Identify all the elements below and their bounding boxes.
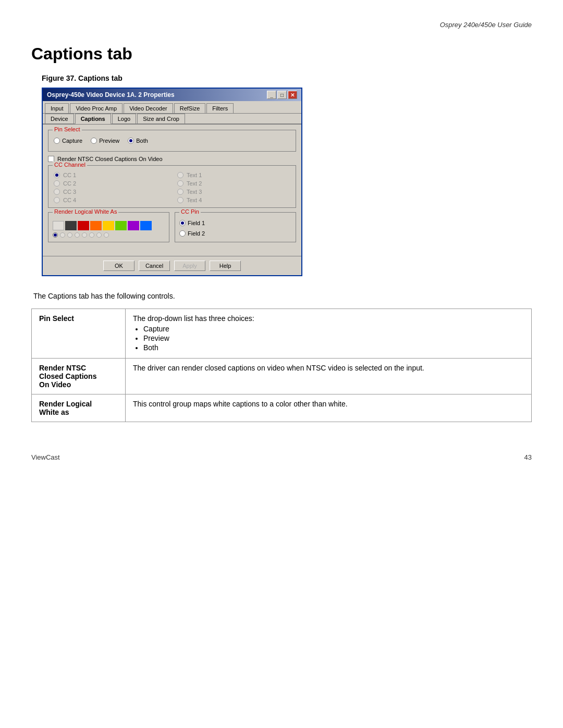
pin-both-label: Both [136, 138, 148, 144]
tab-filters[interactable]: Filters [206, 103, 234, 113]
swatch-green[interactable] [115, 221, 127, 230]
swatch-white[interactable] [53, 221, 64, 230]
pin-preview-label: Preview [99, 138, 119, 144]
cc2-radio[interactable] [54, 180, 60, 187]
swatch-red[interactable] [78, 221, 89, 230]
apply-button[interactable]: Apply [174, 261, 205, 271]
pin-both-option[interactable]: Both [128, 138, 148, 144]
cc-pin-label: CC Pin [179, 208, 201, 215]
tabs-row1: Input Video Proc Amp Video Decoder RefSi… [43, 101, 301, 114]
pin-select-desc: The drop-down list has three choices: [133, 314, 254, 323]
desc-render-ntsc: The driver can render closed captions on… [126, 359, 532, 394]
swatch-radio-3[interactable] [75, 232, 80, 238]
footer-left: ViewCast [31, 453, 60, 461]
swatch-purple[interactable] [128, 221, 139, 230]
cc3-radio[interactable] [54, 189, 60, 195]
pin-preview-option[interactable]: Preview [91, 138, 119, 144]
swatch-radio-0[interactable] [53, 232, 58, 238]
cc2-row[interactable]: CC 2 [54, 180, 167, 187]
pin-select-radio-group: Capture Preview Both [54, 134, 290, 147]
pin-select-bullets: Capture Preview Both [133, 325, 524, 352]
pin-capture-option[interactable]: Capture [54, 138, 82, 144]
text3-row[interactable]: Text 3 [177, 189, 290, 195]
swatch-radio-4[interactable] [82, 232, 87, 238]
field1-label: Field 1 [188, 220, 205, 226]
field2-option[interactable]: Field 2 [179, 230, 291, 237]
tab-captions[interactable]: Captions [75, 114, 111, 124]
swatch-radio-2[interactable] [67, 232, 72, 238]
cc-channel-label: CC Channel [53, 162, 87, 168]
cc-pin-radios: Field 1 Field 2 [179, 217, 291, 237]
dialog-buttons: OK Cancel Apply Help [43, 256, 301, 275]
bullet-both: Both [143, 343, 524, 352]
text4-row[interactable]: Text 4 [177, 197, 290, 203]
cc4-row[interactable]: CC 4 [54, 197, 167, 203]
cc-channel-grid: CC 1 Text 1 CC 2 Text 2 [54, 170, 290, 203]
table-row: Render LogicalWhite as This control grou… [32, 394, 532, 422]
swatch-blue[interactable] [140, 221, 152, 230]
titlebar-buttons: _ □ ✕ [267, 91, 297, 99]
cc1-label: CC 1 [63, 172, 76, 178]
dialog-content: Pin Select Capture Preview Both [43, 125, 301, 256]
field2-radio[interactable] [179, 230, 186, 237]
maximize-button[interactable]: □ [277, 91, 287, 99]
controls-table: Pin Select The drop-down list has three … [31, 309, 532, 422]
cc1-row[interactable]: CC 1 [54, 172, 167, 178]
minimize-button[interactable]: _ [267, 91, 276, 99]
cc1-radio[interactable] [54, 172, 60, 178]
text4-radio[interactable] [177, 197, 183, 203]
field1-option[interactable]: Field 1 [179, 220, 291, 226]
pin-preview-radio[interactable] [91, 138, 97, 144]
field1-radio[interactable] [179, 220, 186, 226]
tab-sizeandcrop[interactable]: Size and Crop [137, 114, 185, 124]
tab-input[interactable]: Input [45, 103, 69, 113]
term-pin-select: Pin Select [32, 309, 126, 359]
text4-label: Text 4 [187, 197, 202, 203]
swatch-black[interactable] [65, 221, 77, 230]
swatch-radio-7[interactable] [104, 232, 109, 238]
render-white-group: Render Logical White As [48, 212, 169, 242]
pin-both-radio[interactable] [128, 138, 134, 144]
pin-select-group: Pin Select Capture Preview Both [48, 130, 296, 152]
text2-radio[interactable] [177, 180, 183, 187]
swatch-radio-1[interactable] [60, 232, 65, 238]
swatch-radio-5[interactable] [89, 232, 94, 238]
close-button[interactable]: ✕ [288, 91, 297, 99]
desc-render-white: This control group maps white captions t… [126, 394, 532, 422]
desc-pin-select: The drop-down list has three choices: Ca… [126, 309, 532, 359]
tab-refsize[interactable]: RefSize [174, 103, 206, 113]
table-row: Pin Select The drop-down list has three … [32, 309, 532, 359]
swatch-orange[interactable] [90, 221, 102, 230]
ok-button[interactable]: OK [103, 261, 134, 271]
cc-pin-group: CC Pin Field 1 Field 2 [175, 212, 296, 242]
term-render-ntsc: Render NTSCClosed CaptionsOn Video [32, 359, 126, 394]
cc4-label: CC 4 [63, 197, 76, 203]
tab-videoprocamp[interactable]: Video Proc Amp [70, 103, 123, 113]
cc3-label: CC 3 [63, 189, 76, 195]
swatch-yellow[interactable] [103, 221, 114, 230]
text2-row[interactable]: Text 2 [177, 180, 290, 187]
dialog-wrapper: Osprey-450e Video Device 1A. 2 Propertie… [42, 88, 302, 276]
text1-label: Text 1 [187, 172, 202, 178]
tab-device[interactable]: Device [45, 114, 74, 124]
figure-label: Figure 37. Captions tab [42, 74, 532, 82]
help-button[interactable]: Help [210, 261, 241, 271]
cc4-radio[interactable] [54, 197, 60, 203]
tab-videodecoder[interactable]: Video Decoder [124, 103, 173, 113]
text2-label: Text 2 [187, 180, 202, 187]
cc3-row[interactable]: CC 3 [54, 189, 167, 195]
tab-logo[interactable]: Logo [112, 114, 136, 124]
page-footer: ViewCast 43 [31, 453, 532, 461]
dialog-titlebar: Osprey-450e Video Device 1A. 2 Propertie… [43, 89, 301, 101]
pin-select-label: Pin Select [53, 126, 82, 132]
desc-text: The Captions tab has the following contr… [33, 292, 532, 300]
pin-capture-radio[interactable] [54, 138, 60, 144]
bullet-capture: Capture [143, 325, 524, 333]
text1-radio[interactable] [177, 172, 183, 178]
text3-radio[interactable] [177, 189, 183, 195]
bottom-section: Render Logical White As [48, 212, 296, 242]
text1-row[interactable]: Text 1 [177, 172, 290, 178]
swatch-radio-6[interactable] [96, 232, 102, 238]
dialog-title: Osprey-450e Video Device 1A. 2 Propertie… [47, 91, 175, 98]
cancel-button[interactable]: Cancel [139, 261, 170, 271]
